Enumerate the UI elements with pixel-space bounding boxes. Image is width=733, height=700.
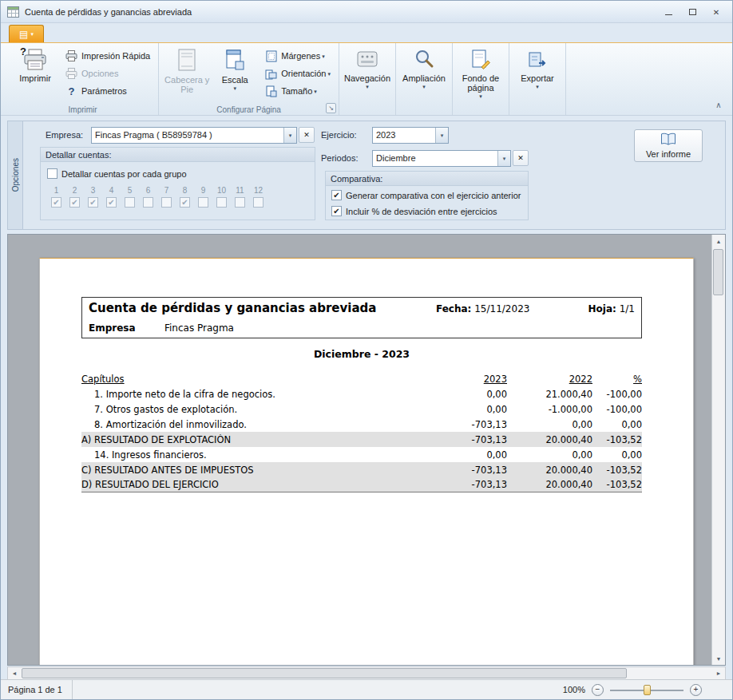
margins-dropdown[interactable]: Márgenes ▾ (260, 47, 335, 65)
report-table: Capítulos 2023 2022 % 1. Importe neto de… (81, 369, 642, 492)
ver-informe-button[interactable]: Ver informe (634, 129, 703, 162)
ejercicio-label: Ejercicio: (321, 130, 357, 140)
zoom-percentage: 100% (563, 685, 585, 694)
month-9[interactable]: 9 (197, 186, 209, 208)
chevron-down-icon[interactable]: ▾ (283, 128, 296, 143)
scale-icon (224, 49, 245, 73)
print-button[interactable]: ? Imprimir (11, 45, 59, 103)
close-button[interactable]: ✕ (704, 4, 728, 20)
navigation-label: Navegación (344, 73, 390, 83)
orientation-dropdown[interactable]: Orientación ▾ (260, 65, 335, 82)
month-10[interactable]: 10 (216, 186, 228, 208)
chevron-down-icon: ▾ (233, 85, 236, 92)
month-checkbox[interactable]: ✔ (69, 197, 80, 208)
scroll-down-button[interactable]: ▼ (712, 652, 725, 665)
vertical-scroll-thumb[interactable] (713, 249, 723, 295)
scroll-right-button[interactable]: ► (712, 667, 725, 679)
col-2022: 2022 (569, 374, 592, 385)
month-checkbox[interactable] (253, 197, 263, 208)
month-checkbox[interactable]: ✔ (106, 197, 117, 208)
month-1[interactable]: 1✔ (50, 186, 62, 208)
month-6[interactable]: 6 (142, 186, 154, 208)
month-12[interactable]: 12 (252, 186, 264, 208)
month-4[interactable]: 4✔ (105, 186, 117, 208)
month-2[interactable]: 2✔ (69, 186, 81, 208)
navigation-dropdown[interactable]: Navegación ▾ (343, 45, 391, 103)
parameters-button[interactable]: ? Parámetros (61, 82, 154, 100)
dialog-launcher-button[interactable]: ↘ (326, 103, 336, 113)
month-checkbox[interactable]: ✔ (51, 197, 61, 208)
scroll-left-button[interactable]: ◄ (8, 667, 21, 679)
ver-informe-label: Ver informe (646, 149, 691, 159)
month-5[interactable]: 5 (124, 186, 136, 208)
comparativa-check2-row[interactable]: ✔ Incluir % de desviación entre ejercici… (331, 206, 497, 216)
periodos-combobox[interactable]: Diciembre ▾ (372, 150, 511, 167)
options-label: Opciones (81, 69, 118, 78)
month-checkbox[interactable]: ✔ (180, 197, 190, 208)
month-checkbox[interactable] (125, 197, 135, 208)
zoom-slider[interactable] (610, 684, 683, 696)
table-row: 7. Otros gastos de explotación. 0,00 -1.… (81, 401, 642, 417)
zoom-controls: 100% − + (563, 684, 702, 696)
month-checkbox[interactable] (235, 197, 245, 208)
report-title: Cuenta de pérdidas y ganancias abreviada (89, 301, 376, 315)
report-page: Cuenta de pérdidas y ganancias abreviada… (39, 258, 694, 666)
size-dropdown[interactable]: Tamaño ▾ (260, 82, 335, 100)
checkbox-checked[interactable]: ✔ (331, 206, 342, 216)
checkbox-checked[interactable]: ✔ (331, 190, 342, 200)
zoom-in-button[interactable]: + (690, 684, 702, 696)
zoom-out-button[interactable]: − (592, 684, 604, 696)
periodos-clear-button[interactable]: ✕ (513, 150, 529, 166)
report-header-box: Cuenta de pérdidas y ganancias abreviada… (81, 297, 642, 338)
zoom-dropdown[interactable]: Ampliación ▾ (400, 45, 448, 103)
page-indicator: Página 1 de 1 (1, 680, 73, 699)
export-dropdown[interactable]: Exportar ▾ (513, 45, 561, 103)
app-menu-button[interactable]: ▤ ▾ (9, 25, 44, 42)
maximize-icon (689, 9, 696, 15)
month-checkbox[interactable] (161, 197, 172, 208)
titlebar[interactable]: Cuenta de pérdidas y ganancias abreviada… (1, 1, 732, 23)
empresa-combobox[interactable]: Fincas Pragma ( B58959784 ) ▾ (91, 127, 297, 144)
scroll-up-button[interactable]: ▲ (712, 235, 725, 247)
zoom-slider-thumb[interactable] (644, 685, 651, 695)
quick-print-button[interactable]: Impresión Rápida (61, 47, 154, 65)
minimize-button[interactable] (656, 4, 680, 20)
ejercicio-combobox[interactable]: 2023 ▾ (372, 127, 449, 144)
app-window: Cuenta de pérdidas y ganancias abreviada… (0, 0, 733, 700)
month-checkbox[interactable] (216, 197, 227, 208)
detallar-checkbox-row[interactable]: Detallar cuentas por cada grupo (47, 168, 187, 179)
chevron-down-icon[interactable]: ▾ (497, 151, 510, 166)
header-footer-label: Cabecera y Pie (164, 75, 210, 94)
month-7[interactable]: 7 (160, 186, 172, 208)
chevron-down-icon: ▾ (314, 88, 317, 95)
options-panel: Opciones Empresa: Fincas Pragma ( B58959… (7, 121, 726, 230)
ribbon-tab-row: ▤ ▾ (1, 23, 732, 42)
comparativa-group-title: Comparativa: (326, 172, 528, 186)
chevron-down-icon: ▾ (366, 83, 369, 90)
maximize-button[interactable] (680, 4, 704, 20)
chevron-down-icon[interactable]: ▾ (435, 128, 448, 143)
horizontal-scroll-thumb[interactable] (22, 668, 627, 678)
ribbon-group-configurar-pagina: Cabecera y Pie Escala ▾ Márgenes (159, 43, 339, 115)
month-checkbox[interactable] (198, 197, 208, 208)
empresa-clear-button[interactable]: ✕ (299, 127, 315, 143)
report-period-title: Diciembre - 2023 (81, 348, 642, 360)
comparativa-check1-row[interactable]: ✔ Generar comparativa con el ejercicio a… (331, 190, 521, 200)
month-11[interactable]: 11 (234, 186, 246, 208)
scale-button[interactable]: Escala ▾ (211, 45, 259, 103)
month-8[interactable]: 8✔ (179, 186, 191, 208)
vertical-scrollbar[interactable]: ▲ ▼ (711, 235, 725, 665)
ribbon-collapse-button[interactable]: ∧ (712, 99, 725, 110)
margins-icon (264, 49, 278, 62)
chevron-down-icon: ▾ (327, 70, 331, 77)
checkbox-unchecked[interactable] (47, 168, 57, 179)
horizontal-scrollbar[interactable]: ◄ ► (7, 666, 726, 680)
month-3[interactable]: 3✔ (87, 186, 99, 208)
month-checkboxes: 1✔ 2✔ 3✔ 4✔ 5 6 7 8✔ 9 10 11 12 (50, 186, 264, 208)
options-side-tab[interactable]: Opciones (8, 121, 23, 229)
chevron-down-icon: ▾ (479, 93, 482, 100)
window-title: Cuenta de pérdidas y ganancias abreviada (25, 7, 192, 17)
month-checkbox[interactable] (143, 197, 153, 208)
month-checkbox[interactable]: ✔ (88, 197, 98, 208)
page-background-dropdown[interactable]: Fondo de página ▾ (457, 45, 505, 103)
